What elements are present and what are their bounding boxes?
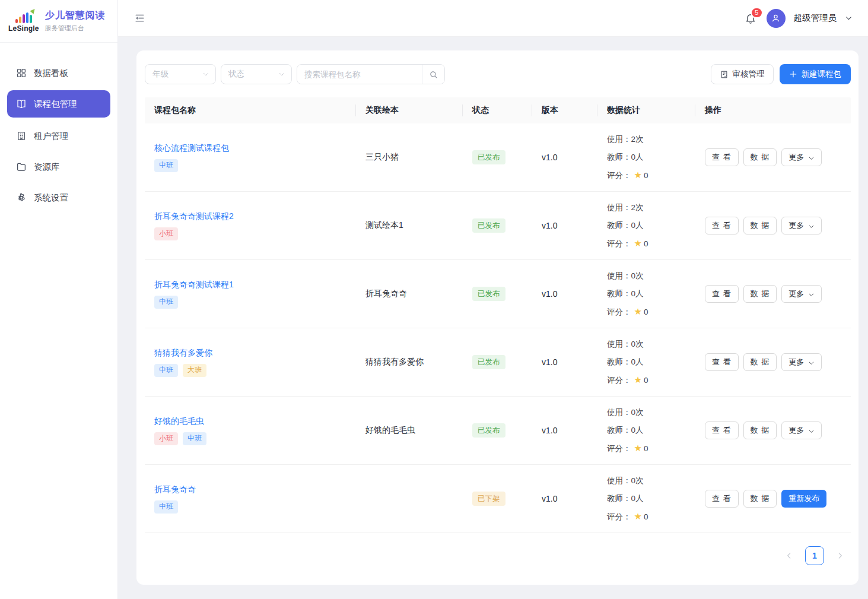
pagination: 1 bbox=[136, 546, 859, 565]
view-button[interactable]: 查 看 bbox=[705, 421, 739, 439]
star-icon: ★ bbox=[634, 306, 642, 316]
name-cell: 折耳兔奇奇 中班 bbox=[145, 484, 356, 514]
more-button[interactable]: 更多 bbox=[781, 353, 822, 371]
package-name-link[interactable]: 折耳兔奇奇测试课程2 bbox=[154, 211, 234, 222]
package-name-link[interactable]: 好饿的毛毛虫 bbox=[154, 416, 204, 427]
more-button[interactable]: 更多 bbox=[781, 217, 822, 234]
grade-select[interactable]: 年级 bbox=[145, 64, 216, 84]
data-button[interactable]: 数 据 bbox=[743, 490, 777, 508]
republish-button[interactable]: 重新发布 bbox=[781, 490, 826, 508]
user-icon bbox=[771, 13, 781, 23]
status-cell: 已下架 bbox=[463, 492, 532, 506]
user-name[interactable]: 超级管理员 bbox=[794, 12, 837, 24]
name-cell: 好饿的毛毛虫 小班 中班 bbox=[145, 416, 356, 445]
column-header-book: 关联绘本 bbox=[356, 97, 463, 123]
status-select-placeholder: 状态 bbox=[228, 69, 244, 80]
stats-cell: 使用：0次 教师：0人 评分：★0 bbox=[597, 267, 695, 321]
sidebar-collapse-button[interactable] bbox=[132, 11, 147, 26]
star-icon: ★ bbox=[634, 375, 642, 385]
name-cell: 折耳兔奇奇测试课程1 中班 bbox=[145, 280, 356, 309]
version-cell: v1.0 bbox=[532, 153, 597, 162]
column-header-status: 状态 bbox=[463, 97, 532, 123]
grade-tag: 小班 bbox=[154, 227, 178, 240]
version-cell: v1.0 bbox=[532, 357, 597, 367]
view-button[interactable]: 查 看 bbox=[705, 353, 739, 371]
column-header-version: 版本 bbox=[532, 97, 597, 123]
book-icon bbox=[16, 99, 27, 109]
avatar[interactable] bbox=[767, 9, 786, 28]
search-box bbox=[297, 64, 445, 84]
more-button[interactable]: 更多 bbox=[781, 285, 822, 303]
status-cell: 已发布 bbox=[463, 150, 532, 164]
book-cell: 折耳兔奇奇 bbox=[356, 289, 463, 299]
table-row: 核心流程测试课程包 中班 三只小猪 已发布 v1.0 使用：2次 教师：0人 评… bbox=[145, 123, 851, 192]
package-name-link[interactable]: 折耳兔奇奇 bbox=[154, 484, 196, 495]
grade-tag: 中班 bbox=[154, 500, 178, 514]
search-button[interactable] bbox=[422, 65, 444, 84]
sidebar-item-resources[interactable]: 资源库 bbox=[7, 153, 110, 180]
view-button[interactable]: 查 看 bbox=[705, 217, 739, 234]
actions-cell: 查 看 数 据 更多 bbox=[695, 217, 851, 234]
menu-fold-icon bbox=[134, 12, 145, 24]
building-icon bbox=[16, 131, 27, 141]
star-icon: ★ bbox=[634, 170, 642, 180]
view-button[interactable]: 查 看 bbox=[705, 148, 739, 166]
sidebar-item-settings[interactable]: 系统设置 bbox=[7, 184, 110, 211]
grade-tag: 中班 bbox=[154, 364, 178, 377]
audit-icon bbox=[720, 70, 729, 79]
name-cell: 猜猜我有多爱你 中班 大班 bbox=[145, 348, 356, 377]
data-button[interactable]: 数 据 bbox=[743, 148, 777, 166]
table-row: 折耳兔奇奇 中班 已下架 v1.0 使用：0次 教师：0人 评分：★0 查 看 bbox=[145, 465, 851, 533]
package-name-link[interactable]: 折耳兔奇奇测试课程1 bbox=[154, 280, 234, 290]
folder-icon bbox=[16, 161, 27, 172]
data-button[interactable]: 数 据 bbox=[743, 217, 777, 234]
star-icon: ★ bbox=[634, 238, 642, 248]
status-badge: 已下架 bbox=[472, 492, 505, 506]
version-cell: v1.0 bbox=[532, 221, 597, 230]
status-cell: 已发布 bbox=[463, 355, 532, 369]
chevron-down-icon bbox=[808, 360, 815, 366]
sidebar-item-dashboard[interactable]: 数据看板 bbox=[7, 59, 110, 87]
pagination-next-button[interactable] bbox=[836, 552, 844, 560]
package-name-link[interactable]: 核心流程测试课程包 bbox=[154, 143, 229, 154]
data-button[interactable]: 数 据 bbox=[743, 421, 777, 439]
notification-bell[interactable]: 5 bbox=[743, 11, 758, 26]
view-button[interactable]: 查 看 bbox=[705, 490, 739, 508]
book-cell: 好饿的毛毛虫 bbox=[356, 425, 463, 436]
status-select[interactable]: 状态 bbox=[221, 64, 292, 84]
column-header-stats: 数据统计 bbox=[597, 97, 695, 123]
star-icon: ★ bbox=[634, 443, 642, 453]
more-button[interactable]: 更多 bbox=[781, 421, 822, 439]
grade-tag: 大班 bbox=[183, 364, 206, 377]
toolbar-actions: 审核管理 新建课程包 bbox=[711, 64, 851, 84]
package-name-link[interactable]: 猜猜我有多爱你 bbox=[154, 348, 212, 359]
data-button[interactable]: 数 据 bbox=[743, 353, 777, 371]
topbar: 5 超级管理员 bbox=[118, 0, 868, 37]
sidebar-item-tenants[interactable]: 租户管理 bbox=[7, 122, 110, 150]
grade-tag: 中班 bbox=[154, 296, 178, 309]
chevron-down-icon bbox=[278, 71, 285, 78]
status-badge: 已发布 bbox=[472, 218, 505, 233]
pagination-page-1[interactable]: 1 bbox=[805, 546, 824, 565]
review-manage-button[interactable]: 审核管理 bbox=[711, 64, 774, 84]
data-button[interactable]: 数 据 bbox=[743, 285, 777, 303]
table-row: 折耳兔奇奇测试课程2 小班 测试绘本1 已发布 v1.0 使用：2次 教师：0人… bbox=[145, 192, 851, 260]
more-button[interactable]: 更多 bbox=[781, 148, 822, 166]
version-cell: v1.0 bbox=[532, 289, 597, 299]
brand-title: 少儿智慧阅读 bbox=[45, 9, 106, 22]
gear-icon bbox=[16, 192, 27, 203]
actions-cell: 查 看 数 据 更多 bbox=[695, 285, 851, 303]
grade-select-placeholder: 年级 bbox=[152, 69, 168, 80]
view-button[interactable]: 查 看 bbox=[705, 285, 739, 303]
status-cell: 已发布 bbox=[463, 287, 532, 301]
stats-cell: 使用：0次 教师：0人 评分：★0 bbox=[597, 472, 695, 526]
pagination-prev-button[interactable] bbox=[785, 552, 793, 560]
name-cell: 折耳兔奇奇测试课程2 小班 bbox=[145, 211, 356, 240]
filter-toolbar: 年级 状态 bbox=[136, 50, 859, 84]
version-cell: v1.0 bbox=[532, 426, 597, 435]
create-package-button[interactable]: 新建课程包 bbox=[780, 64, 851, 84]
search-input[interactable] bbox=[297, 65, 422, 84]
main-content: 年级 状态 bbox=[118, 37, 868, 599]
sidebar-item-course-packages[interactable]: 课程包管理 bbox=[7, 90, 110, 118]
user-menu-caret[interactable] bbox=[845, 12, 853, 24]
